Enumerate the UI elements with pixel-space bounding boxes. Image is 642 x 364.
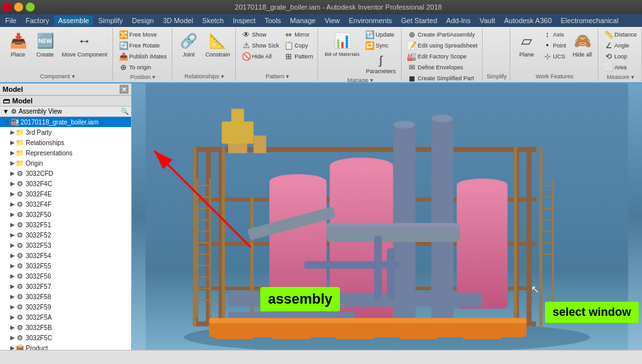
tree-item[interactable]: ▶⚙3032F5B xyxy=(0,322,131,333)
bom-icon: 📊 xyxy=(332,31,352,51)
distance-button[interactable]: 📏 Distance xyxy=(602,30,639,40)
tree-item[interactable]: ▶⚙3032F58 xyxy=(0,291,131,302)
maximize-button[interactable] xyxy=(26,3,35,12)
menu-item-vault[interactable]: Vault xyxy=(476,15,499,26)
tree-item[interactable]: ▶📦Product xyxy=(0,343,131,350)
tree-item[interactable]: ▶⚙3032F50 xyxy=(0,209,131,220)
minimize-button[interactable] xyxy=(14,3,23,12)
tree-container[interactable]: ▼ 🏭 20170118_grate_boiler.iam ▶📁3rd Part… xyxy=(0,117,131,350)
tree-item[interactable]: ▶⚙3032F4E xyxy=(0,189,131,199)
hide-all-button[interactable]: 🚫 Hide All xyxy=(240,51,281,62)
show-sick-button[interactable]: ⚠ Show Sick xyxy=(240,40,281,51)
menu-item-3d-model[interactable]: 3D Model xyxy=(159,15,197,26)
pattern-label: Pattern ▾ xyxy=(265,72,289,80)
menu-item-design[interactable]: Design xyxy=(128,15,157,26)
menu-item-simplify[interactable]: Simplify xyxy=(94,15,127,26)
menu-item-tools[interactable]: Tools xyxy=(261,15,285,26)
menu-item-file[interactable]: File xyxy=(1,15,21,26)
move-component-button[interactable]: ↔ Move Component xyxy=(59,30,110,59)
svg-rect-27 xyxy=(457,185,508,309)
assembly-view-row[interactable]: ▼ ⚙ Assembly View 🔍 xyxy=(0,107,131,117)
menu-item-add-ins[interactable]: Add-Ins xyxy=(442,15,474,26)
panel-close-button[interactable]: ✕ xyxy=(120,85,129,94)
menu-item-factory[interactable]: Factory xyxy=(22,15,53,26)
plane-button[interactable]: ▱ Plane xyxy=(514,30,540,59)
svg-point-26 xyxy=(431,114,453,122)
assembly-icon: ⚙ xyxy=(11,108,17,115)
bom-button[interactable]: 📊 Bill of Materials xyxy=(322,30,362,58)
tree-item-label: 3032F59 xyxy=(26,304,51,311)
define-envelopes-button[interactable]: ✉ Define Envelopes xyxy=(406,62,479,73)
tree-item[interactable]: ▶📁Relationships xyxy=(0,137,131,148)
close-button[interactable] xyxy=(3,3,12,12)
tree-item[interactable]: ▶📁Representations xyxy=(0,148,131,158)
3d-viewport[interactable]: assembly select window ↖ xyxy=(132,83,642,350)
tree-item[interactable]: ▶📁Origin xyxy=(0,158,131,168)
menu-item-environments[interactable]: Environments xyxy=(345,15,396,26)
publish-imates-button[interactable]: 📤 Publish iMates xyxy=(117,51,169,62)
search-icon[interactable]: 🔍 xyxy=(121,108,129,115)
joint-button[interactable]: 🔗 Joint xyxy=(176,30,202,59)
svg-rect-58 xyxy=(539,208,554,209)
menu-item-get-started[interactable]: Get Started xyxy=(397,15,441,26)
tree-item[interactable]: ▶⚙3032F5C xyxy=(0,333,131,343)
simplified-part-button[interactable]: ◼ Create Simplified Part xyxy=(406,73,479,83)
tree-item[interactable]: ▶⚙3032F56 xyxy=(0,271,131,281)
show-button[interactable]: 👁 Show xyxy=(240,30,281,40)
svg-rect-36 xyxy=(215,327,253,339)
svg-rect-47 xyxy=(197,230,211,232)
update-button[interactable]: 🔃 Update xyxy=(363,30,398,40)
create-button[interactable]: 🆕 Create xyxy=(32,30,58,59)
tree-item[interactable]: ▶⚙3032F53 xyxy=(0,240,131,250)
menu-item-sketch[interactable]: Sketch xyxy=(199,15,228,26)
edit-factory-button[interactable]: 🏭 Edit Factory Scope xyxy=(406,51,479,62)
svg-rect-12 xyxy=(193,147,197,327)
constrain-button[interactable]: 📐 Constrain xyxy=(203,30,233,59)
to-origin-button[interactable]: ⊕ To origin xyxy=(117,62,169,73)
tree-root[interactable]: ▼ 🏭 20170118_grate_boiler.iam xyxy=(0,117,131,127)
tree-item[interactable]: ▶⚙3032F4F xyxy=(0,199,131,209)
tree-item[interactable]: ▶⚙3032CFD xyxy=(0,168,131,178)
parameters-button[interactable]: ∫ Parameters xyxy=(363,51,398,76)
axis-button[interactable]: ↕ Axis xyxy=(541,30,569,40)
menu-item-autodesk-a360[interactable]: Autodesk A360 xyxy=(501,15,556,26)
svg-rect-37 xyxy=(272,327,310,339)
tree-item[interactable]: ▶⚙3032F52 xyxy=(0,230,131,240)
menu-item-manage[interactable]: Manage xyxy=(286,15,319,26)
svg-rect-13 xyxy=(222,147,225,327)
area-button[interactable]: ⬜ Area xyxy=(602,62,639,73)
pattern-button[interactable]: ⊞ Pattern xyxy=(282,51,315,62)
loop-button[interactable]: ⟲ Loop xyxy=(602,51,639,62)
create-ipart-button[interactable]: ⊕ Create iPartiAssembly xyxy=(406,30,479,40)
tree-item[interactable]: ▶⚙3032F51 xyxy=(0,220,131,230)
menu-item-view[interactable]: View xyxy=(321,15,344,26)
menu-item-inspect[interactable]: Inspect xyxy=(229,15,259,26)
work-col: ↕ Axis • Point ⊹ UCS xyxy=(541,30,569,62)
tree-arrow-icon: ▶ xyxy=(9,129,15,135)
tree-arrow-icon: ▶ xyxy=(9,211,15,218)
free-move-button[interactable]: 🔀 Free Move xyxy=(117,30,169,40)
menu-item-assemble[interactable]: Assemble xyxy=(54,15,93,26)
copy-button[interactable]: 📋 Copy xyxy=(282,40,315,51)
tree-item[interactable]: ▶⚙3032F55 xyxy=(0,261,131,271)
tree-item[interactable]: ▶⚙3032F59 xyxy=(0,302,131,312)
point-button[interactable]: • Point xyxy=(541,40,569,51)
mirror-button[interactable]: ⇔ Mirror xyxy=(282,30,315,40)
edit-spreadsheet-button[interactable]: 📝 Edit using Spreadsheet xyxy=(406,40,479,51)
ribbon: 📥 Place 🆕 Create ↔ Move Component Compon… xyxy=(0,27,642,83)
tree-item[interactable]: ▶⚙3032F54 xyxy=(0,250,131,261)
tree-item[interactable]: ▶⚙3032F4C xyxy=(0,178,131,189)
hide-all-button[interactable]: 🙈 Hide all xyxy=(569,30,595,59)
sync-button[interactable]: 🔁 Sync xyxy=(363,40,398,51)
tree-item-icon: ⚙ xyxy=(15,282,24,291)
tree-item[interactable]: ▶⚙3032F57 xyxy=(0,281,131,291)
place-icon: 📥 xyxy=(8,31,28,51)
free-rotate-button[interactable]: 🔄 Free Rotate xyxy=(117,40,169,51)
menu-item-electromechanical[interactable]: Electromechanical xyxy=(557,15,623,26)
angle-button[interactable]: ∠ Angle xyxy=(602,40,639,51)
root-arrow: ▼ xyxy=(4,119,10,125)
ucs-button[interactable]: ⊹ UCS xyxy=(541,51,569,62)
tree-item[interactable]: ▶📁3rd Party xyxy=(0,127,131,137)
place-button[interactable]: 📥 Place xyxy=(5,30,31,59)
tree-item[interactable]: ▶⚙3032F5A xyxy=(0,312,131,322)
